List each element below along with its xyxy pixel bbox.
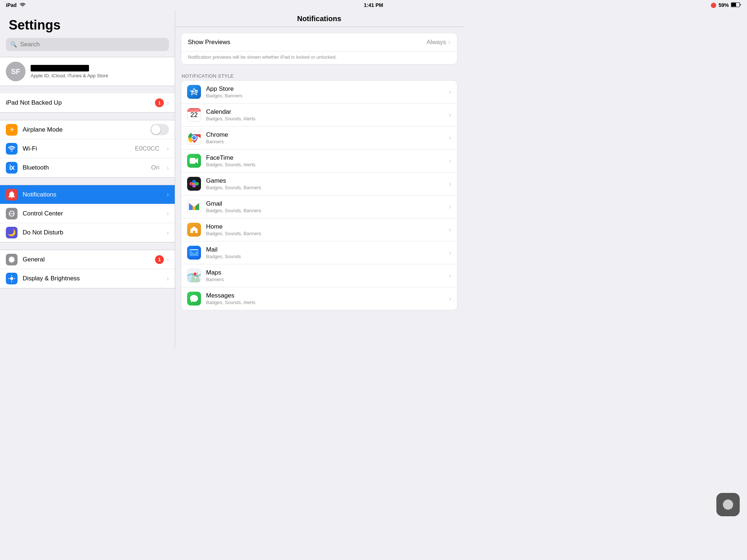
- facetime-chevron-icon: ›: [449, 157, 451, 165]
- appstore-notification-row[interactable]: App Store Badges, Banners ›: [181, 81, 457, 104]
- home-sub: Badges, Sounds, Banners: [206, 231, 444, 236]
- airplane-mode-row[interactable]: ✈ Airplane Mode: [0, 120, 175, 139]
- home-notification-row[interactable]: Home Badges, Sounds, Banners ›: [181, 218, 457, 241]
- show-previews-label: Show Previews: [188, 39, 230, 46]
- control-center-label: Control Center: [23, 210, 162, 217]
- mail-icon: [187, 246, 201, 260]
- svg-rect-18: [190, 158, 196, 164]
- home-chevron-icon: ›: [449, 226, 451, 234]
- maps-chevron-icon: ›: [449, 272, 451, 280]
- control-center-chevron-icon: ›: [167, 210, 169, 217]
- games-notification-row[interactable]: Games Badges, Sounds, Banners ›: [181, 172, 457, 195]
- notification-list: App Store Badges, Banners › Tuesday 22 C…: [181, 80, 457, 310]
- messages-icon: [187, 292, 201, 306]
- mail-chevron-icon: ›: [449, 249, 451, 257]
- main-content: Notifications Show Previews Always › Not…: [175, 0, 463, 348]
- control-center-icon: [6, 208, 18, 219]
- home-name: Home: [206, 223, 444, 230]
- messages-name: Messages: [206, 292, 444, 299]
- facetime-notification-row[interactable]: FaceTime Badges, Sounds, Alerts ›: [181, 149, 457, 172]
- main-header: Notifications: [175, 10, 463, 27]
- airplane-toggle[interactable]: [150, 124, 169, 135]
- general-row[interactable]: General 1 ›: [0, 250, 175, 269]
- wifi-chevron-icon: ›: [167, 145, 169, 152]
- gmail-notification-row[interactable]: Gmail Badges, Sounds, Banners ›: [181, 195, 457, 218]
- chrome-sub: Banners: [206, 139, 444, 144]
- gmail-chevron-icon: ›: [449, 203, 451, 211]
- show-previews-chevron-icon: ›: [448, 38, 450, 46]
- maps-notification-row[interactable]: Maps Banners ›: [181, 264, 457, 287]
- general-chevron-icon: ›: [167, 256, 169, 263]
- mail-sub: Badges, Sounds: [206, 254, 444, 259]
- display-icon: [6, 273, 18, 284]
- notifications-label: Notifications: [23, 191, 162, 198]
- home-icon: [187, 223, 201, 237]
- search-bar[interactable]: 🔍: [6, 38, 169, 51]
- games-icon: [187, 177, 201, 191]
- general-badge: 1: [155, 255, 164, 264]
- calendar-icon: Tuesday 22: [187, 108, 201, 122]
- do-not-disturb-icon: 🌙: [6, 227, 18, 238]
- svg-point-17: [192, 136, 196, 140]
- account-subtitle: Apple ID, iCloud, iTunes & App Store: [31, 73, 169, 78]
- show-previews-value: Always: [426, 39, 446, 46]
- wifi-value: E0C0CC: [135, 145, 159, 152]
- chrome-name: Chrome: [206, 131, 444, 139]
- display-brightness-label: Display & Brightness: [23, 275, 162, 282]
- ipad-backup-warning[interactable]: iPad Not Backed Up 1 ›: [0, 93, 175, 113]
- chrome-chevron-icon: ›: [449, 134, 451, 142]
- maps-sub: Banners: [206, 277, 444, 282]
- do-not-disturb-chevron-icon: ›: [167, 229, 169, 237]
- svg-line-13: [197, 92, 198, 93]
- calendar-name: Calendar: [206, 108, 444, 116]
- wifi-row[interactable]: Wi-Fi E0C0CC ›: [0, 139, 175, 158]
- status-bar: iPad 1:41 PM 🔴 59%: [0, 0, 463, 10]
- show-previews-row[interactable]: Show Previews Always ›: [181, 33, 457, 51]
- appstore-name: App Store: [206, 85, 444, 93]
- general-icon: [6, 254, 18, 265]
- settings-title: Settings: [0, 10, 175, 38]
- wifi-icon: [6, 143, 18, 155]
- chrome-notification-row[interactable]: Chrome Banners ›: [181, 127, 457, 149]
- notifications-row[interactable]: Notifications ›: [0, 185, 175, 204]
- do-not-disturb-label: Do Not Disturb: [23, 229, 162, 236]
- messages-notification-row[interactable]: Messages Badges, Sounds, Alerts ›: [181, 287, 457, 310]
- search-input[interactable]: [20, 41, 165, 48]
- search-icon: 🔍: [10, 41, 17, 48]
- games-chevron-icon: ›: [449, 180, 451, 188]
- maps-icon: [187, 269, 201, 283]
- mail-notification-row[interactable]: Mail Badges, Sounds ›: [181, 241, 457, 264]
- appstore-chevron-icon: ›: [449, 88, 451, 96]
- notifications-icon: [6, 189, 18, 201]
- games-sub: Badges, Sounds, Banners: [206, 185, 444, 190]
- calendar-chevron-icon: ›: [449, 111, 451, 119]
- games-name: Games: [206, 177, 444, 184]
- svg-point-5: [13, 213, 14, 214]
- airplane-label: Airplane Mode: [23, 126, 145, 133]
- warning-chevron-icon: ›: [167, 99, 169, 107]
- show-previews-description: Notification previews will be shown whet…: [181, 51, 457, 64]
- svg-point-3: [10, 213, 11, 214]
- appstore-icon: [187, 85, 201, 99]
- svg-point-7: [10, 277, 13, 280]
- display-brightness-row[interactable]: Display & Brightness ›: [0, 269, 175, 288]
- time-display: 1:41 PM: [364, 2, 383, 8]
- gmail-icon: [187, 200, 201, 214]
- messages-sub: Badges, Sounds, Alerts: [206, 300, 444, 305]
- facetime-sub: Badges, Sounds, Alerts: [206, 162, 444, 167]
- facetime-name: FaceTime: [206, 154, 444, 162]
- facetime-icon: [187, 154, 201, 168]
- account-row[interactable]: SF Apple ID, iCloud, iTunes & App Store: [0, 57, 175, 86]
- airplane-icon: ✈: [6, 124, 18, 136]
- sidebar: Settings 🔍 SF Apple ID, iCloud, iTunes &…: [0, 0, 175, 348]
- bluetooth-chevron-icon: ›: [167, 164, 169, 172]
- notification-style-header: NOTIFICATION STYLE: [175, 70, 463, 80]
- svg-point-4: [11, 213, 12, 214]
- messages-chevron-icon: ›: [449, 295, 451, 303]
- control-center-row[interactable]: Control Center ›: [0, 204, 175, 223]
- bluetooth-row[interactable]: ⅸ Bluetooth On ›: [0, 158, 175, 177]
- calendar-notification-row[interactable]: Tuesday 22 Calendar Badges, Sounds, Aler…: [181, 104, 457, 127]
- maps-name: Maps: [206, 269, 444, 276]
- do-not-disturb-row[interactable]: 🌙 Do Not Disturb ›: [0, 223, 175, 242]
- general-label: General: [23, 256, 150, 263]
